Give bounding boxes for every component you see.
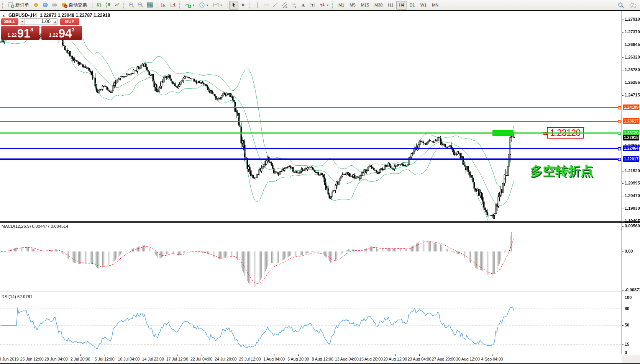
timeframe-button-d1[interactable]: D1 [407, 1, 418, 10]
metaeditor-button[interactable] [31, 1, 41, 10]
time-axis-tick-mark [177, 354, 177, 356]
periods-button[interactable]: ▾ [197, 1, 210, 10]
price-axis-tick-mark [622, 183, 624, 184]
sell-price-prefix: 1.22 [7, 33, 16, 38]
rsi-axis-tick-label: 80 [625, 306, 629, 311]
tile-windows-button[interactable] [145, 1, 154, 10]
price-axis-border [622, 11, 622, 354]
level-line-marker[interactable] [618, 132, 621, 135]
timeframe-button-m5[interactable]: M5 [347, 1, 358, 10]
templates-button[interactable]: ▾ [210, 1, 224, 10]
timeframe-button-h4[interactable]: H4 [396, 1, 407, 10]
trade-panel-prices: 1.22918 1.22943 [1, 26, 82, 40]
time-axis-tick-mark [8, 354, 8, 356]
toolbar-group-standard: 新订单 自动交易 [1, 0, 89, 10]
price-axis-tick-label: 1.24715 [625, 93, 640, 97]
toolbar-grip[interactable] [179, 2, 181, 8]
horizontal-level-line[interactable] [0, 132, 618, 134]
toolbar-grip[interactable] [91, 2, 93, 8]
chart-note-text[interactable]: 多空转折点 [530, 163, 593, 180]
buy-price-display[interactable]: 1.22943 [41, 26, 82, 40]
collapse-icon[interactable]: ▲ [2, 14, 5, 17]
buy-button[interactable]: BUY [60, 18, 79, 25]
toolbar-grip[interactable] [156, 2, 158, 8]
timeframe-button-w1[interactable]: W1 [418, 1, 430, 10]
pane-separator-rsi[interactable] [0, 292, 640, 293]
time-axis-tick-mark [105, 354, 105, 356]
equidistant-channel-button[interactable]: E [280, 1, 289, 10]
price-axis-tick-mark [622, 45, 624, 45]
chat-icon[interactable] [629, 1, 638, 10]
auto-scroll-button[interactable] [159, 1, 169, 10]
toolbar-grip[interactable] [2, 2, 4, 8]
level-line-marker[interactable] [618, 106, 621, 109]
level-line-marker[interactable] [618, 158, 621, 161]
signals-button[interactable] [50, 1, 59, 10]
horizontal-line-button[interactable] [262, 1, 271, 10]
rsi-label: RSI(14) 62.9781 [2, 294, 33, 299]
autotrading-icon [61, 2, 67, 8]
macd-axis-tick-label: 0.005692 [625, 224, 640, 228]
toolbar-grip[interactable] [123, 2, 125, 8]
price-axis-tick-mark [622, 57, 624, 58]
time-axis-tick-mark [274, 354, 274, 356]
fibonacci-button[interactable]: F [289, 1, 299, 10]
navigator-button[interactable] [41, 1, 50, 10]
volume-decrease-button[interactable]: ▼ [20, 18, 25, 25]
volume-increase-button[interactable]: ▲ [53, 18, 57, 25]
toolbar-grip[interactable] [226, 2, 228, 8]
toolbar-group-objects: E F A T ▾ [248, 0, 331, 10]
zoom-out-button[interactable] [136, 1, 145, 10]
horizontal-level-line[interactable] [0, 158, 618, 160]
timeframe-button-m1[interactable]: M1 [336, 1, 347, 10]
current-price-label: 1.22918 [623, 135, 639, 140]
chart-canvas[interactable] [0, 11, 622, 354]
volume-input[interactable]: 1.00 [25, 18, 53, 25]
indicators-button[interactable]: ▾ [183, 1, 197, 10]
macd-axis-tick-label: -0.008717 [625, 287, 640, 292]
time-axis-tick-mark [468, 354, 468, 356]
svg-text:E: E [286, 6, 287, 8]
timeframe-button-h1[interactable]: H1 [385, 1, 396, 10]
time-axis-tick-mark [153, 354, 153, 356]
chart-shift-button[interactable] [169, 1, 178, 10]
zoom-in-button[interactable] [127, 1, 136, 10]
horizontal-level-line[interactable] [0, 107, 618, 108]
vertical-line-button[interactable] [253, 1, 262, 10]
bar-chart-button[interactable] [94, 1, 103, 10]
time-axis-tick-mark [444, 354, 444, 356]
main-toolbar: 新订单 自动交易 [0, 0, 640, 10]
new-order-label: 新订单 [15, 2, 29, 8]
autotrading-button[interactable]: 自动交易 [59, 1, 89, 10]
ohlc-values: 1.22973 1.23048 1.22787 1.22918 [40, 13, 110, 18]
trendline-button[interactable] [271, 1, 280, 10]
text-button[interactable]: A [299, 1, 308, 10]
buy-price-sup: 3 [72, 27, 74, 33]
level-line-marker[interactable] [618, 120, 621, 123]
text-label-button[interactable]: T [308, 1, 317, 10]
pane-separator-macd[interactable] [0, 221, 640, 223]
candlestick-chart-button[interactable] [103, 1, 113, 10]
horizontal-level-line[interactable] [0, 121, 618, 122]
crosshair-button[interactable] [238, 1, 248, 10]
horizontal-level-line[interactable] [0, 148, 618, 149]
sell-button[interactable]: SELL [1, 18, 18, 25]
timeframe-button-m30[interactable]: M30 [372, 1, 385, 10]
line-chart-button[interactable] [113, 1, 122, 10]
cursor-button[interactable] [229, 1, 238, 10]
level-line-marker[interactable] [618, 147, 621, 150]
toolbar-grip[interactable] [332, 2, 334, 8]
rsi-axis-tick-mark [622, 298, 624, 298]
toolbar-group-indicators: ▾ ▾ ▾ [178, 0, 224, 10]
price-axis-level-label: 1.22017 [623, 156, 639, 162]
rsi-axis-tick-label: 50 [625, 323, 629, 327]
chart-window: ▲ GBPUSD-,H4 1.22973 1.23048 1.22787 1.2… [0, 10, 640, 364]
search-icon[interactable] [616, 1, 625, 10]
sell-price-display[interactable]: 1.22918 [1, 26, 39, 40]
timeframe-button-m15[interactable]: M15 [358, 1, 372, 10]
new-order-button[interactable]: 新订单 [6, 1, 31, 10]
arrows-button[interactable]: ▾ [317, 1, 331, 10]
toolbar-grip[interactable] [249, 2, 251, 8]
timeframe-button-mn[interactable]: MN [429, 1, 441, 10]
axis-corner [622, 355, 640, 363]
